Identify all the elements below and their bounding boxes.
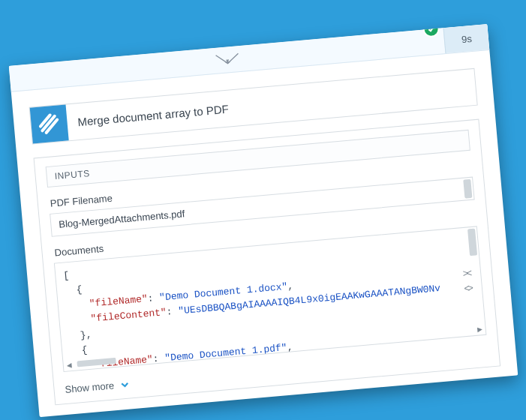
show-more-label: Show more: [64, 380, 114, 395]
scroll-right-icon[interactable]: ▶: [476, 323, 482, 337]
pdf-filename-value: Blog-MergedAttachments.pdf: [58, 208, 185, 230]
diagonal-stripes-icon: [29, 104, 68, 143]
show-more-button[interactable]: Show more: [64, 379, 129, 395]
chevron-down-icon: [213, 52, 239, 67]
inputs-panel: INPUTS PDF Filename Blog-MergedAttachmen…: [33, 119, 500, 406]
action-title: Merge document array to PDF: [66, 102, 228, 129]
action-run-card: 9s Merge document arr: [8, 24, 518, 417]
page-background: 9s Merge document arr: [0, 0, 526, 420]
duration-label: 9s: [443, 24, 489, 53]
expand-icon[interactable]: ><<>: [461, 266, 471, 297]
horizontal-scrollbar[interactable]: ◀ ▶: [66, 325, 482, 368]
chevron-down-icon: [119, 380, 129, 389]
scroll-left-icon[interactable]: ◀: [66, 359, 72, 372]
